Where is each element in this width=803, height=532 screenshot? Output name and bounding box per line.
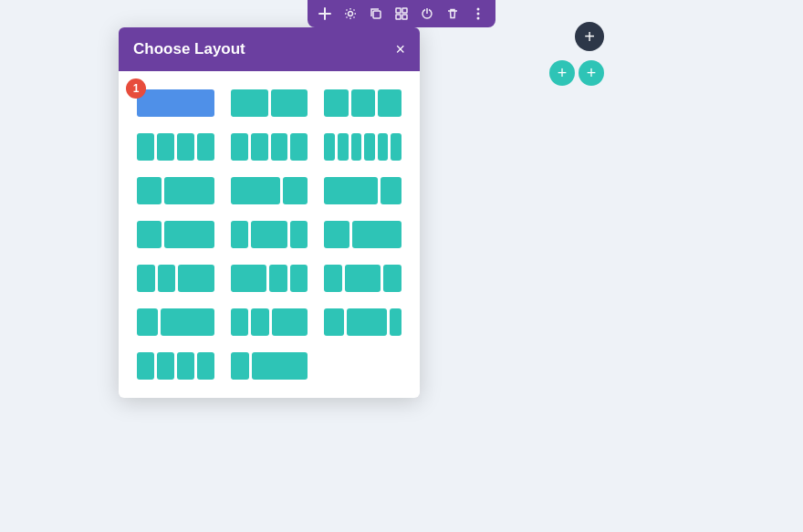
trash-icon[interactable] <box>444 5 461 22</box>
layout-option-3col[interactable] <box>320 86 405 120</box>
choose-layout-modal: Choose Layout × 1 <box>119 27 420 398</box>
layout-grid: 1 <box>133 86 405 383</box>
more-icon[interactable] <box>470 5 486 22</box>
layout-option-1-2-1[interactable] <box>320 261 405 296</box>
layout-option-2-1[interactable] <box>227 173 312 208</box>
svg-point-7 <box>477 13 480 16</box>
layout-option-1-2[interactable] <box>133 173 218 208</box>
layout-badge: 1 <box>126 78 146 99</box>
layout-option-mix-18[interactable] <box>320 305 405 339</box>
duplicate-icon[interactable] <box>368 5 384 22</box>
toolbar <box>308 0 495 27</box>
svg-point-0 <box>349 12 353 16</box>
close-button[interactable]: × <box>395 41 405 57</box>
power-icon[interactable] <box>419 5 435 22</box>
fab-add-left[interactable]: + <box>549 60 575 86</box>
layout-option-eq-wide[interactable] <box>320 217 405 252</box>
svg-rect-1 <box>373 11 381 18</box>
layout-option-3-1[interactable] <box>133 305 218 339</box>
layout-option-4col-a[interactable] <box>133 130 218 164</box>
fab-add-right[interactable]: + <box>579 60 604 86</box>
svg-rect-3 <box>402 8 407 13</box>
layout-option-1-3b[interactable] <box>227 349 312 383</box>
add-icon[interactable] <box>317 5 333 22</box>
svg-rect-4 <box>396 15 401 19</box>
settings-icon[interactable] <box>342 5 359 22</box>
grid-icon[interactable] <box>393 5 410 22</box>
layout-option-narrow-wide[interactable] <box>133 217 218 252</box>
svg-rect-5 <box>402 15 407 19</box>
layout-option-2-1-1[interactable] <box>227 261 312 296</box>
svg-point-6 <box>477 8 480 11</box>
layout-option-1-1-2[interactable] <box>133 261 218 296</box>
modal-body: 1 <box>119 71 420 398</box>
fab-add-single[interactable]: + <box>575 22 604 51</box>
modal-header: Choose Layout × <box>119 27 420 71</box>
modal-title: Choose Layout <box>133 40 245 58</box>
svg-point-8 <box>477 17 480 20</box>
layout-option-2col[interactable] <box>227 86 312 120</box>
layout-option-4col-b[interactable] <box>227 130 312 164</box>
fab-group: + + <box>549 60 604 86</box>
layout-option-mid-wide[interactable] <box>227 217 312 252</box>
svg-rect-2 <box>396 8 401 13</box>
layout-option-1col[interactable]: 1 <box>133 86 218 120</box>
layout-option-6col[interactable] <box>320 130 405 164</box>
layout-option-4-narrow[interactable] <box>133 349 218 383</box>
layout-option-1-3[interactable] <box>227 305 312 339</box>
layout-option-wide-narrow[interactable] <box>320 173 405 208</box>
